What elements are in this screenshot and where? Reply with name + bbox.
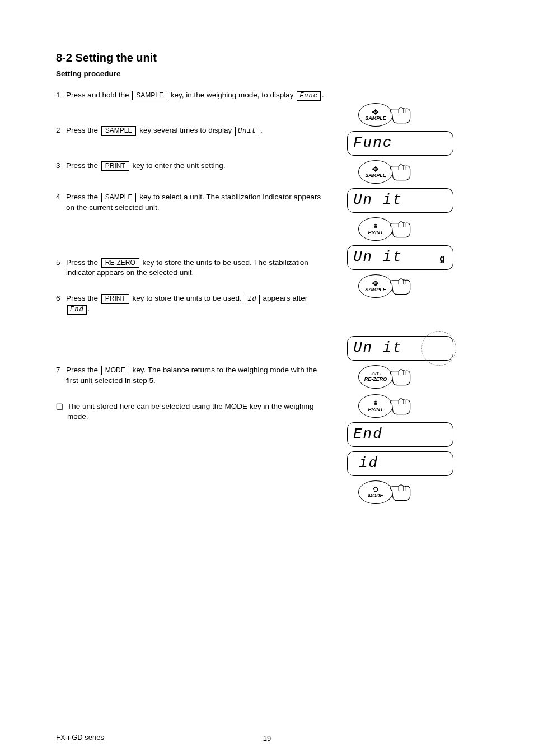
key-ref-sample: SAMPLE [101, 193, 137, 202]
lcd-text: End [353, 424, 383, 444]
step-text: Press the [66, 161, 100, 170]
lcd-unit-g: Un it g [347, 245, 453, 270]
lcd-unit: Un it [347, 188, 453, 213]
note-bullet: ❏ The unit stored here can be selected u… [56, 402, 325, 422]
sample-key-icon: SAMPLE [358, 160, 393, 184]
step-number: 6 [56, 293, 66, 315]
lcd-end: End [347, 422, 453, 447]
key-ref-mode: MODE [101, 366, 129, 375]
hand-icon [390, 482, 414, 502]
step-number: 4 [56, 192, 66, 212]
lcd-text: Un it [353, 190, 402, 210]
key-ref-sample: SAMPLE [132, 91, 167, 100]
step-text: . [88, 305, 90, 313]
press-print-icon: PRINT [347, 217, 465, 241]
key-ref-print: PRINT [101, 294, 129, 304]
hand-icon [390, 276, 414, 296]
sample-key-icon: SAMPLE [358, 103, 393, 127]
step-number: 7 [56, 365, 66, 385]
indicator-circle [421, 331, 456, 366]
step-4: 4 Press the SAMPLE key to select a unit.… [56, 192, 325, 212]
step-number: 5 [56, 258, 66, 278]
step-text: key several times to display [139, 126, 234, 134]
key-ref-rezero: RE-ZERO [101, 258, 139, 268]
hand-icon [390, 219, 414, 239]
press-sample-icon: SAMPLE [347, 160, 465, 184]
print-key-icon: PRINT [358, 394, 393, 418]
step-text: Press the [66, 193, 100, 201]
page-number: 19 [0, 734, 534, 744]
step-text: key to store the units to be used. [133, 294, 244, 302]
step-text: Press the [66, 258, 100, 267]
lcd-text: Un it [353, 248, 402, 267]
mode-key-icon: MODE [358, 480, 393, 504]
hand-icon [390, 162, 414, 182]
hand-icon [390, 105, 414, 125]
step-2: 2 Press the SAMPLE key several times to … [56, 125, 325, 136]
press-mode-icon: MODE [347, 480, 465, 504]
step-text: Press the [66, 126, 100, 134]
lcd-text: id [353, 454, 378, 473]
display-ref-func: Func [297, 91, 321, 101]
bullet-icon: ❏ [56, 402, 67, 422]
press-print-icon: PRINT [347, 394, 465, 418]
display-ref-id: id [245, 295, 259, 304]
hand-icon [390, 396, 414, 416]
sample-key-icon: SAMPLE [358, 274, 393, 298]
step-text: Press the [66, 366, 100, 374]
key-ref-print: PRINT [101, 161, 129, 171]
display-ref-unit: Unit [235, 127, 259, 136]
step-text: key to enter the unit setting. [133, 161, 226, 170]
step-text: Press and hold the [66, 91, 131, 99]
step-text: key, in the weighing mode, to display [171, 91, 296, 99]
press-rezero-icon: →0/T← RE-ZERO [347, 365, 465, 389]
section-subtitle: Setting procedure [56, 69, 481, 79]
lcd-id: id [347, 451, 453, 476]
rezero-key-icon: →0/T← RE-ZERO [358, 365, 393, 389]
bullet-text: The unit stored here can be selected usi… [67, 402, 325, 422]
step-number: 1 [56, 90, 66, 101]
step-5: 5 Press the RE-ZERO key to store the uni… [56, 258, 325, 278]
hand-icon [390, 367, 414, 387]
step-text: . [260, 126, 263, 134]
press-sample-icon: SAMPLE [347, 274, 465, 298]
step-number: 3 [56, 161, 66, 171]
lcd-unit-select: Un it [347, 336, 453, 361]
lcd-text: Func [353, 133, 392, 153]
lcd-unit-label: g [439, 253, 445, 265]
step-text: . [322, 91, 324, 99]
lcd-text: Un it [353, 338, 402, 358]
section-title: 8-2 Setting the unit [56, 50, 481, 66]
step-6: 6 Press the PRINT key to store the units… [56, 293, 325, 315]
step-number: 2 [56, 125, 66, 136]
press-sample-icon: SAMPLE [347, 103, 465, 127]
key-ref-sample: SAMPLE [101, 126, 137, 136]
step-text: appears after [263, 294, 308, 302]
lcd-func: Func [347, 131, 453, 156]
step-text: Press the [66, 294, 100, 302]
step-3: 3 Press the PRINT key to enter the unit … [56, 161, 325, 171]
step-1: 1 Press and hold the SAMPLE key, in the … [56, 90, 325, 101]
step-7: 7 Press the MODE key. The balance return… [56, 365, 325, 385]
display-ref-end: End [67, 305, 87, 315]
print-key-icon: PRINT [358, 217, 393, 241]
